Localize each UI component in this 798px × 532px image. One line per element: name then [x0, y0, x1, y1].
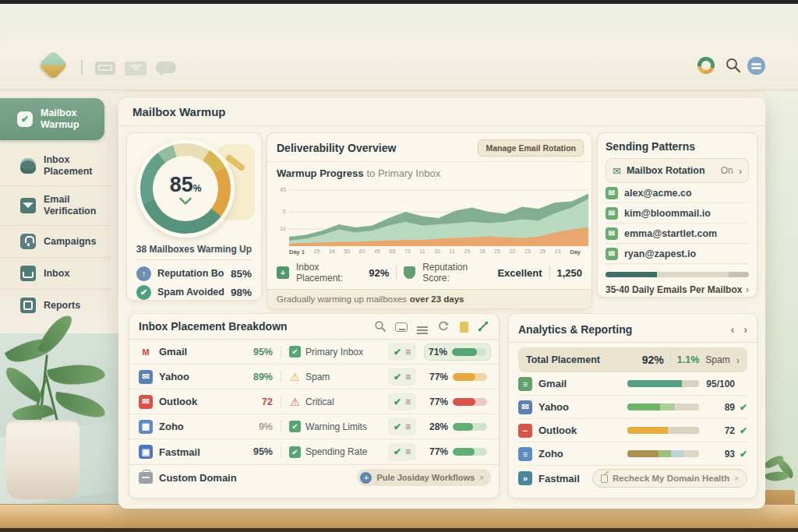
table-row[interactable]: ✉ Yahoo 89% ⚠ Spam ✔ ≡ 77%	[129, 365, 499, 389]
report-icon	[20, 298, 36, 313]
manage-email-rotation-button[interactable]: Manage Email Rotation	[478, 139, 584, 157]
table-row[interactable]: ✉ Outlook 72 ⚠ Critical ✔ ≡ 77%	[129, 389, 499, 414]
sidebar-item-inbox[interactable]: Inbox	[0, 257, 111, 289]
divider	[549, 266, 550, 280]
table-row[interactable]: − Outlook 72 ✔	[518, 419, 747, 442]
score-value: 95/100	[699, 379, 735, 389]
provider-name: Outlook	[538, 425, 627, 436]
next-arrow-icon[interactable]: ›	[743, 323, 747, 336]
daily-emails-link[interactable]: 35-40 Daily Emails Per Mailbox ›	[606, 284, 749, 295]
sidebar-item-email-verification[interactable]: Email Verification	[0, 185, 111, 225]
recheck-domain-health-button[interactable]: Recheck My Domain Health ×	[592, 469, 747, 488]
email-list-item[interactable]: ✉ emma@startlet.com	[606, 224, 749, 244]
status-icon: ⚠	[289, 371, 301, 382]
sidebar-item-inbox-placement[interactable]: Inbox Placement	[0, 146, 111, 185]
card-title: Sending Patterns	[606, 140, 749, 153]
plus-icon: +	[360, 472, 372, 484]
card-icon[interactable]	[395, 322, 408, 332]
spam-percent: 1.1%	[677, 354, 700, 365]
sidebar-item-mailbox-warmup[interactable]: Mailbox Warmup	[0, 98, 104, 140]
provider-percent: 9%	[240, 421, 273, 432]
chat-bubble-icon[interactable]	[747, 57, 765, 75]
y-tick: 5	[283, 208, 286, 215]
plant-decoration	[0, 323, 129, 510]
mailbox-check-icon	[17, 111, 33, 127]
close-icon[interactable]: ×	[734, 474, 739, 483]
status-cell: ⚠ Critical	[281, 396, 388, 407]
activity-ring-icon[interactable]	[697, 57, 715, 74]
email-list-item[interactable]: ✉ kim@bloommail.io	[606, 203, 749, 224]
x-tick: 22	[510, 248, 516, 255]
deliverability-card: Deliverability Overview Manage Email Rot…	[267, 132, 592, 309]
table-row[interactable]: ▦ Zoho 9% ✔ Warning Limits ✔ ≡ 28%	[129, 414, 499, 439]
table-row[interactable]: ▣ Fastmail 95% ✔ Spending Rate ✔ ≡ 77%	[129, 439, 499, 464]
page-title: Mailbox Warmup	[118, 98, 765, 126]
table-row[interactable]: ✉ Yahoo 89 ✔	[518, 396, 747, 419]
sidebar-item-label: Inbox	[44, 268, 69, 280]
workflow-chip[interactable]: + Pule Josiday Workflows ×	[357, 469, 491, 486]
provider-name: Yahoo	[159, 371, 240, 382]
row-actions[interactable]: ✔ ≡	[388, 393, 416, 410]
card-title: Inbox Placement Breakdown	[139, 320, 374, 333]
desk-front-edge	[0, 528, 798, 532]
provider-name: Zoho	[159, 421, 240, 432]
email-count: 1,250	[556, 267, 582, 279]
x-tick: 20	[434, 248, 440, 255]
x-tick: 25	[464, 248, 470, 255]
stat-value: 85%	[231, 268, 252, 280]
sidebar-item-label: Email Verification	[44, 194, 104, 217]
email-list-item[interactable]: ✉ alex@acme.co	[606, 183, 749, 203]
expand-icon[interactable]	[477, 320, 489, 333]
x-tick: 50	[344, 248, 350, 255]
table-row[interactable]: M Gmail 95% ✔ Primary Inbox ✔ ≡ 71%	[129, 340, 499, 365]
table-row[interactable]: ≡ Gmail 95/100 ✔	[518, 372, 747, 396]
custom-domain-label: Custom Domain	[159, 472, 357, 484]
placement-bar-cell: 77%	[425, 369, 491, 385]
list-icon[interactable]	[416, 324, 429, 332]
row-actions[interactable]: ✔ ≡	[388, 343, 416, 361]
row-actions[interactable]: ✔ ≡	[388, 368, 416, 386]
search-icon[interactable]	[374, 320, 387, 333]
custom-domain-row[interactable]: Custom Domain + Pule Josiday Workflows ×	[129, 464, 499, 490]
check-icon: ✔	[136, 285, 151, 300]
provider-icon: »	[518, 471, 532, 485]
daily-volume-bar	[606, 272, 749, 277]
screen-scene: Mailbox Warmup Inbox Placement Email Ver…	[0, 0, 798, 532]
main-panel: Mailbox Warmup 85% 38 Mailboxes Warming …	[118, 98, 765, 509]
email-list-item[interactable]: ✉ ryan@zapest.io	[606, 244, 749, 264]
close-icon[interactable]: ×	[479, 474, 484, 482]
row-actions[interactable]: ✔ ≡	[388, 443, 416, 461]
total-placement-summary[interactable]: Total Placement 92% 1.1% Spam ›	[518, 347, 747, 372]
brand-logo-icon[interactable]	[38, 50, 68, 79]
menu-icon: ≡	[405, 372, 411, 382]
row-actions[interactable]: ✔ ≡	[388, 417, 416, 435]
analytics-reporting-card: Analytics & Reporting ‹ › Total Placemen…	[508, 313, 757, 499]
mailbox-rotation-toggle[interactable]: ✉ Mailbox Rotation On ›	[606, 158, 749, 183]
email-list: ✉ alex@acme.co ✉ kim@bloommail.io ✉ emma…	[606, 183, 749, 264]
sidebar-item-campaigns[interactable]: Campaigns	[0, 225, 111, 257]
x-tick: 11	[450, 248, 455, 255]
spam-label: Spam	[705, 354, 729, 365]
refresh-icon[interactable]	[437, 320, 450, 333]
breakdown-table: M Gmail 95% ✔ Primary Inbox ✔ ≡ 71%	[129, 340, 499, 464]
provider-icon: ✉	[139, 370, 153, 384]
sidebar-item-label: Campaigns	[44, 236, 96, 248]
top-toolbar	[0, 41, 798, 90]
screen-top-edge	[0, 0, 798, 4]
table-row[interactable]: ≡ Zoho 93 ✔	[518, 442, 747, 466]
check-icon: ✔	[735, 449, 747, 460]
tray-icon[interactable]	[95, 62, 115, 75]
mail-icon[interactable]	[125, 62, 147, 76]
email-address: ryan@zapest.io	[624, 248, 696, 259]
chat-icon[interactable]	[156, 62, 176, 73]
status-icon: ✔	[289, 446, 301, 458]
placement-bar	[453, 448, 487, 456]
divider	[396, 266, 397, 280]
mail-line-icon	[20, 198, 36, 213]
search-icon[interactable]	[725, 57, 742, 74]
score-bar	[627, 450, 699, 457]
note-icon[interactable]	[460, 322, 468, 333]
score-value: 72	[699, 425, 735, 436]
sidebar-item-reports[interactable]: Reports	[0, 289, 111, 321]
prev-arrow-icon[interactable]: ‹	[731, 323, 735, 336]
